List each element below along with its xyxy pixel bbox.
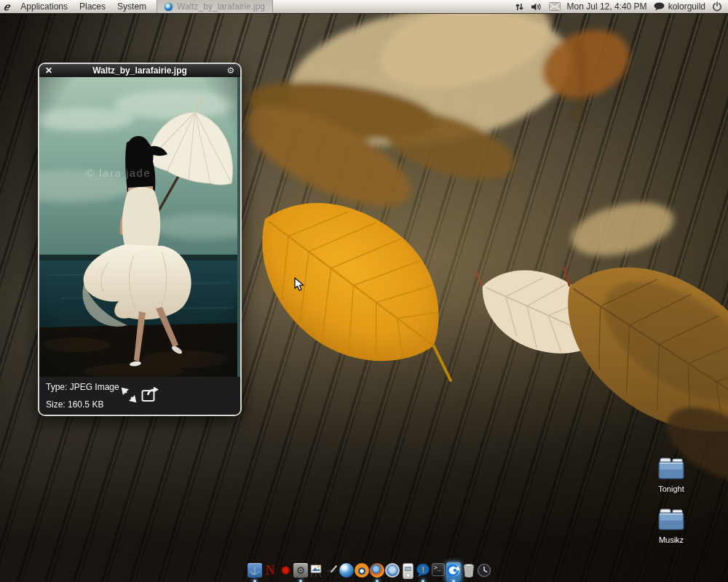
panel-clock[interactable]: Mon Jul 12, 4:40 PM bbox=[567, 1, 647, 12]
gear-tile-icon: ⚙ bbox=[293, 563, 308, 578]
preview-titlebar[interactable]: ✕ Waltz_by_larafairie.jpg ⚙ bbox=[39, 64, 240, 77]
dock-item-system-tool[interactable]: ⚙ bbox=[293, 562, 308, 582]
folder-icon bbox=[657, 508, 686, 531]
open-with-icon[interactable] bbox=[141, 386, 159, 403]
dock-item-blender[interactable] bbox=[355, 562, 369, 582]
n-letter-icon: N bbox=[263, 563, 277, 578]
dock-item-gloobus-active[interactable] bbox=[446, 562, 461, 582]
system-tray: Mon Jul 12, 4:40 PM kolorguild bbox=[515, 1, 728, 12]
svg-text:!: ! bbox=[422, 565, 424, 574]
photo-waltz: © lara jade bbox=[39, 77, 237, 377]
dock-item-burst-app[interactable]: ✹ bbox=[278, 562, 293, 582]
gloobus-window-icon bbox=[165, 3, 173, 11]
dock-item-n-app[interactable]: N bbox=[263, 562, 277, 582]
menu-applications[interactable]: Applications bbox=[15, 0, 74, 13]
gear-icon[interactable]: ⚙ bbox=[221, 65, 240, 76]
folder-icon bbox=[657, 457, 686, 480]
dock-item-easel-app[interactable] bbox=[309, 562, 323, 582]
folder-label: Tonight bbox=[645, 485, 697, 493]
preview-image-area: © lara jade bbox=[39, 77, 240, 377]
close-icon[interactable]: ✕ bbox=[39, 65, 58, 76]
username-label: kolorguild bbox=[668, 1, 705, 12]
folder-label: Musikz bbox=[645, 535, 697, 544]
firefox-icon bbox=[370, 563, 384, 578]
power-button-icon[interactable] bbox=[712, 1, 722, 12]
dock-item-firefox[interactable] bbox=[370, 562, 384, 582]
media-player-icon bbox=[403, 563, 414, 579]
red-burst-icon: ✹ bbox=[278, 563, 293, 578]
preview-title: Waltz_by_larafairie.jpg bbox=[58, 65, 221, 76]
dock-item-trash[interactable] bbox=[462, 562, 476, 582]
preview-info-bar: Type: JPEG Image Size: 160.5 KB bbox=[39, 377, 240, 415]
user-menu[interactable]: kolorguild bbox=[654, 1, 705, 12]
dock-item-blue-sphere-app[interactable] bbox=[339, 562, 354, 582]
distro-logo-icon[interactable]: ℯ bbox=[0, 1, 15, 12]
mail-envelope-icon[interactable] bbox=[549, 2, 561, 11]
clock-icon bbox=[477, 563, 491, 578]
dock-item-chat[interactable]: ! bbox=[416, 562, 430, 582]
trash-icon bbox=[462, 563, 476, 578]
dock-item-terminal[interactable]: >_ bbox=[431, 562, 446, 582]
dock-item-ink-app[interactable] bbox=[324, 562, 339, 582]
window-list-button[interactable]: Waltz_by_larafairie.jpg bbox=[157, 0, 273, 13]
dock-item-web-globe[interactable] bbox=[385, 562, 400, 582]
terminal-icon: >_ bbox=[432, 563, 445, 576]
dock-item-clock[interactable] bbox=[477, 562, 491, 582]
chat-bubble-icon: ! bbox=[416, 563, 430, 578]
window-list-title: Waltz_by_larafairie.jpg bbox=[177, 1, 265, 12]
preview-window: ✕ Waltz_by_larafairie.jpg ⚙ bbox=[38, 63, 242, 416]
volume-icon[interactable] bbox=[531, 2, 542, 12]
blender-icon bbox=[355, 563, 369, 578]
network-arrows-icon[interactable] bbox=[515, 2, 524, 12]
ink-brush-icon bbox=[324, 563, 339, 578]
easel-icon bbox=[309, 563, 323, 578]
file-size-label: Size: 160.5 KB bbox=[46, 399, 103, 410]
blue-sphere-icon bbox=[339, 563, 354, 578]
fullscreen-icon[interactable] bbox=[121, 387, 137, 403]
gloobus-swirl-icon bbox=[446, 563, 461, 578]
globe-icon bbox=[385, 563, 400, 578]
file-type-label: Type: JPEG Image bbox=[46, 382, 119, 392]
top-panel: ℯ Applications Places System Waltz_by_la… bbox=[0, 0, 728, 13]
dock-item-awn[interactable]: ⚓ bbox=[248, 562, 262, 582]
desktop-folder-musikz[interactable]: Musikz bbox=[645, 508, 697, 544]
status-bubble-icon bbox=[654, 2, 665, 11]
menu-places[interactable]: Places bbox=[74, 0, 111, 13]
desktop-folder-tonight[interactable]: Tonight bbox=[645, 457, 697, 493]
dock: ⚓ N ✹ ⚙ bbox=[248, 562, 491, 582]
dock-item-media-player[interactable] bbox=[400, 562, 415, 582]
menu-system[interactable]: System bbox=[111, 0, 152, 13]
anchor-icon: ⚓ bbox=[248, 563, 262, 578]
